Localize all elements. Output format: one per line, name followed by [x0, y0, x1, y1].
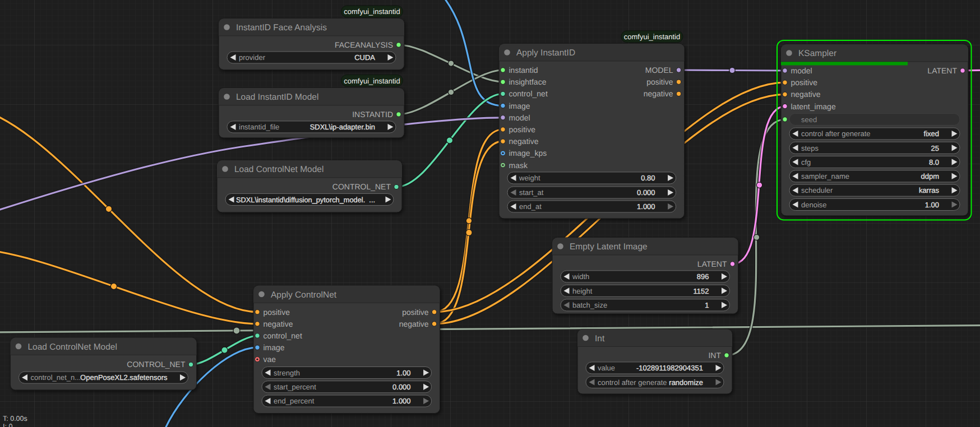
svg-text:SDXL\instantid\diffusion_pytor: SDXL\instantid\diffusion_pytorch_model. …: [236, 196, 375, 204]
svg-text:scheduler: scheduler: [801, 186, 833, 194]
svg-text:Apply InstantID: Apply InstantID: [516, 48, 575, 58]
svg-text:image_kps: image_kps: [509, 148, 547, 157]
svg-text:1: 1: [705, 301, 709, 309]
svg-text:sampler_name: sampler_name: [801, 172, 849, 180]
svg-text:control_net: control_net: [509, 89, 548, 98]
svg-text:InstantID Face Analysis: InstantID Face Analysis: [236, 23, 327, 33]
svg-text:denoise: denoise: [801, 201, 827, 209]
svg-text:0.80: 0.80: [641, 174, 655, 182]
svg-text:MODEL: MODEL: [645, 66, 673, 75]
svg-text:fixed: fixed: [924, 129, 939, 138]
svg-text:25: 25: [931, 144, 939, 152]
svg-text:width: width: [572, 272, 589, 281]
svg-text:896: 896: [697, 272, 709, 281]
svg-text:0.000: 0.000: [392, 383, 411, 391]
svg-text:instantid_file: instantid_file: [239, 123, 279, 131]
svg-text:LATENT: LATENT: [697, 259, 727, 268]
svg-text:Load ControlNet Model: Load ControlNet Model: [28, 342, 117, 352]
svg-text:I: 0: I: 0: [3, 423, 12, 427]
svg-text:comfyui_instantid: comfyui_instantid: [344, 77, 400, 85]
svg-text:model: model: [509, 113, 530, 122]
svg-text:start_at: start_at: [519, 188, 544, 197]
svg-text:Empty Latent Image: Empty Latent Image: [570, 242, 648, 252]
svg-text:start_percent: start_percent: [274, 383, 316, 391]
svg-text:image: image: [509, 101, 530, 110]
svg-text:control after generate: control after generate: [801, 129, 871, 138]
svg-text:model: model: [791, 66, 812, 75]
svg-text:T: 0.00s: T: 0.00s: [3, 415, 27, 423]
svg-text:positive: positive: [509, 125, 536, 134]
svg-text:value: value: [598, 364, 615, 372]
svg-text:latent_image: latent_image: [791, 102, 836, 111]
svg-text:CONTROL_NET: CONTROL_NET: [127, 360, 186, 369]
svg-text:INSTANTID: INSTANTID: [352, 110, 393, 119]
svg-text:batch_size: batch_size: [572, 301, 607, 309]
svg-text:randomize: randomize: [669, 378, 703, 387]
svg-text:vae: vae: [264, 355, 276, 364]
svg-text:CONTROL_NET: CONTROL_NET: [332, 182, 391, 191]
svg-text:weight: weight: [519, 174, 540, 182]
svg-text:negative: negative: [644, 89, 673, 98]
svg-text:KSampler: KSampler: [798, 49, 836, 58]
svg-text:1.000: 1.000: [392, 397, 411, 405]
svg-text:provider: provider: [239, 53, 266, 62]
svg-text:strength: strength: [274, 369, 300, 377]
svg-text:SDXL\ip-adapter.bin: SDXL\ip-adapter.bin: [310, 123, 375, 131]
svg-text:height: height: [572, 287, 593, 295]
svg-text:CUDA: CUDA: [354, 53, 375, 62]
svg-text:comfyui_instantid: comfyui_instantid: [624, 33, 680, 41]
svg-text:cfg: cfg: [801, 158, 811, 166]
svg-text:negative: negative: [509, 137, 539, 146]
svg-text:control_net: control_net: [264, 331, 302, 340]
svg-text:OpenPoseXL2.safetensors: OpenPoseXL2.safetensors: [80, 373, 168, 382]
svg-text:instantid: instantid: [509, 66, 538, 75]
svg-text:Apply ControlNet: Apply ControlNet: [271, 290, 337, 300]
svg-text:1.00: 1.00: [396, 369, 410, 377]
svg-text:seed: seed: [801, 115, 817, 124]
svg-text:end_percent: end_percent: [274, 397, 315, 405]
svg-text:8.0: 8.0: [929, 158, 939, 166]
svg-text:LATENT: LATENT: [927, 66, 957, 75]
svg-text:-1028911982904351: -1028911982904351: [636, 364, 703, 372]
svg-text:positive: positive: [264, 308, 290, 317]
svg-text:mask: mask: [509, 161, 528, 170]
svg-text:Load InstantID Model: Load InstantID Model: [236, 92, 318, 102]
svg-text:positive: positive: [646, 77, 673, 86]
svg-text:control_net_n...: control_net_n...: [31, 373, 81, 382]
svg-text:INT: INT: [708, 351, 721, 360]
svg-text:end_at: end_at: [519, 202, 542, 211]
svg-text:negative: negative: [264, 319, 293, 328]
svg-text:negative: negative: [791, 90, 821, 99]
svg-text:steps: steps: [801, 144, 819, 152]
svg-text:FACEANALYSIS: FACEANALYSIS: [335, 40, 393, 49]
svg-text:control after generate: control after generate: [598, 378, 667, 387]
svg-text:1.000: 1.000: [637, 202, 655, 211]
svg-text:positive: positive: [791, 78, 818, 87]
svg-text:insightface: insightface: [509, 77, 547, 86]
svg-text:positive: positive: [402, 308, 429, 317]
svg-text:comfyui_instantid: comfyui_instantid: [344, 7, 400, 16]
svg-text:ddpm: ddpm: [921, 172, 939, 180]
svg-text:Int: Int: [595, 334, 605, 344]
svg-text:0.000: 0.000: [637, 188, 655, 197]
svg-text:Load ControlNet Model: Load ControlNet Model: [234, 165, 323, 174]
svg-text:image: image: [264, 343, 285, 352]
svg-text:1.00: 1.00: [925, 201, 939, 209]
svg-text:karras: karras: [919, 186, 940, 194]
svg-text:1152: 1152: [694, 287, 709, 295]
svg-text:negative: negative: [399, 319, 429, 328]
